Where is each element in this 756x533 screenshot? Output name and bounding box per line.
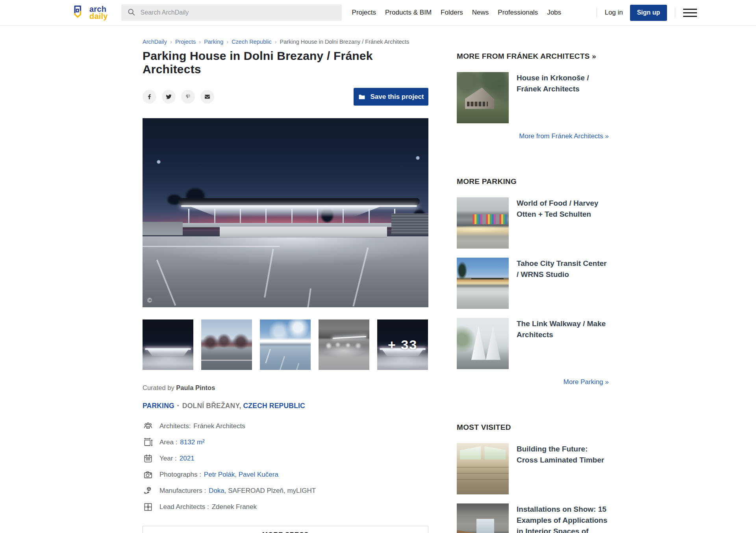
- breadcrumb-item-czech-republic[interactable]: Czech Republic: [232, 39, 272, 45]
- related-card[interactable]: The Link Walkway / Make Architects: [457, 318, 609, 369]
- spec-row-architects: Architects:Fránek Architects: [143, 418, 428, 434]
- related-thumbnail-installations-thumb[interactable]: [457, 503, 509, 533]
- category-location-line: PARKING·DOLNÍ BŘEŽANY, CZECH REPUBLIC: [143, 402, 428, 410]
- hero-canopy-ceiling: [191, 207, 380, 217]
- hero-fence: [391, 214, 428, 234]
- log-in-link[interactable]: Log in: [605, 9, 623, 17]
- spec-value: Doka, SAFEROAD Plzeň, myLIGHT: [209, 487, 316, 495]
- gallery-rooftop-canopy-thumb[interactable]: [260, 319, 311, 370]
- related-thumbnail-clt-timber-thumb[interactable]: [457, 443, 509, 494]
- archdaily-logo[interactable]: arch daily: [70, 3, 108, 22]
- related-thumbnail-link-walkway-thumb[interactable]: [457, 318, 509, 369]
- related-title[interactable]: Tahoe City Transit Center / WRNS Studio: [517, 258, 609, 309]
- gallery-night-exterior-thumb[interactable]: [143, 319, 193, 370]
- related-title[interactable]: House in Krkonoše / Fránek Architects: [517, 72, 609, 123]
- gallery-more-count: + 33: [377, 319, 428, 370]
- spec-label: Photographs :: [159, 471, 201, 479]
- gallery-street-trees-thumb[interactable]: [201, 319, 252, 370]
- hero-image[interactable]: ©: [143, 118, 428, 307]
- nav-folders[interactable]: Folders: [441, 9, 463, 17]
- more-link-more-parking[interactable]: More Parking »: [457, 378, 609, 386]
- spec-label: Lead Architects :: [159, 503, 209, 511]
- nav-news[interactable]: News: [472, 9, 489, 17]
- nav-professionals[interactable]: Professionals: [498, 9, 538, 17]
- spec-value: Fránek Architects: [193, 422, 245, 430]
- sidebar: MORE FROM FRÁNEK ARCHITECTS »House in Kr…: [457, 52, 609, 533]
- related-thumbnail-tahoe-transit-thumb[interactable]: [457, 258, 509, 309]
- breadcrumb-item-projects[interactable]: Projects: [175, 39, 196, 45]
- more-specs-button[interactable]: MORE SPECS: [143, 526, 428, 533]
- nav-projects[interactable]: Projects: [352, 9, 376, 17]
- related-title[interactable]: Building the Future: Cross Laminated Tim…: [517, 443, 609, 494]
- spec-link[interactable]: Pavel Kučera: [239, 471, 278, 478]
- gallery-garage-interior-thumb[interactable]: [319, 319, 369, 370]
- related-thumbnail-world-of-food-thumb[interactable]: [457, 197, 509, 249]
- sign-up-button[interactable]: Sign up: [630, 5, 667, 21]
- archdaily-logo-text: arch daily: [89, 6, 108, 20]
- related-card[interactable]: Tahoe City Transit Center / WRNS Studio: [457, 258, 609, 309]
- breadcrumb-separator: ›: [199, 39, 201, 45]
- email-icon: [204, 93, 211, 100]
- lead-architects-icon: [143, 501, 154, 513]
- breadcrumb: ArchDaily›Projects›Parking›Czech Republi…: [143, 39, 428, 45]
- breadcrumb-separator: ›: [226, 39, 228, 45]
- more-link-more-from-fr-nek-arc[interactable]: More from Fránek Architects »: [457, 132, 609, 140]
- hero-parking-line: [143, 246, 280, 247]
- breadcrumb-separator: ›: [275, 39, 277, 45]
- breadcrumb-separator: ›: [170, 39, 172, 45]
- save-project-button[interactable]: Save this project: [354, 88, 428, 106]
- related-card[interactable]: House in Krkonoše / Fránek Architects: [457, 72, 609, 123]
- spec-text: , SAFEROAD Plzeň, myLIGHT: [224, 487, 316, 494]
- breadcrumb-item-parking[interactable]: Parking: [204, 39, 223, 45]
- spec-label: Area :: [159, 438, 177, 446]
- curator-name: Paula Pintos: [176, 384, 215, 391]
- sidebar-section-most-visited: MOST VISITEDBuilding the Future: Cross L…: [457, 423, 609, 533]
- breadcrumb-item-parking-house-in-dolni-brezany: Parking House in Dolni Brezany / Fránek …: [280, 39, 410, 45]
- location-country-link[interactable]: CZECH REPUBLIC: [243, 402, 305, 410]
- search-icon: [127, 8, 135, 18]
- pinterest-share-button[interactable]: [181, 90, 195, 104]
- spec-label: Year :: [159, 455, 177, 462]
- spec-row-year: Year :2021: [143, 450, 428, 466]
- photographs-icon: [143, 469, 154, 480]
- twitter-share-button[interactable]: [162, 90, 176, 104]
- copyright-mark: ©: [147, 297, 152, 304]
- nav-jobs[interactable]: Jobs: [547, 9, 561, 17]
- nav-products-bim[interactable]: Products & BIM: [385, 9, 432, 17]
- related-card[interactable]: Installations on Show: 15 Examples of Ap…: [457, 503, 609, 533]
- spec-row-area: Area :8132 m²: [143, 434, 428, 450]
- spec-label: Manufacturers :: [159, 487, 206, 495]
- gallery-night-overview-thumb[interactable]: + 33: [377, 319, 428, 370]
- sidebar-section-more-parking: MORE PARKINGWorld of Food / Harvey Otten…: [457, 177, 609, 386]
- hero-left-wall: [143, 222, 183, 235]
- spec-value: 8132 m²: [180, 438, 204, 446]
- spec-row-manufacturers: Manufacturers :Doka, SAFEROAD Plzeň, myL…: [143, 483, 428, 499]
- related-thumbnail-krkonose-house-thumb[interactable]: [457, 72, 509, 123]
- related-title[interactable]: Installations on Show: 15 Examples of Ap…: [517, 503, 609, 533]
- architects-icon: [143, 421, 154, 432]
- manufacturers-icon: [143, 485, 154, 496]
- twitter-icon: [165, 93, 172, 100]
- email-share-button[interactable]: [200, 90, 214, 104]
- category-link[interactable]: PARKING: [143, 402, 174, 410]
- sidebar-section-more-from-fr-nek-architec: MORE FROM FRÁNEK ARCHITECTS »House in Kr…: [457, 52, 609, 140]
- spec-text: 8132 m²: [180, 438, 204, 446]
- breadcrumb-item-archdaily[interactable]: ArchDaily: [143, 39, 167, 45]
- facebook-share-button[interactable]: [143, 90, 156, 104]
- related-card[interactable]: World of Food / Harvey Otten + Ted Schul…: [457, 197, 609, 249]
- header-divider: [597, 7, 597, 18]
- spec-link[interactable]: Doka: [209, 487, 224, 494]
- related-card[interactable]: Building the Future: Cross Laminated Tim…: [457, 443, 609, 494]
- search-bar: [121, 4, 342, 21]
- search-input[interactable]: [141, 9, 336, 16]
- hero-canopy-roof: [178, 198, 420, 205]
- hero-base-wall: [220, 227, 387, 238]
- hamburger-menu-icon[interactable]: [683, 7, 697, 19]
- sidebar-section-heading: MORE FROM FRÁNEK ARCHITECTS »: [457, 52, 609, 61]
- spec-link[interactable]: Petr Polák: [204, 471, 235, 478]
- related-title[interactable]: World of Food / Harvey Otten + Ted Schul…: [517, 197, 609, 249]
- related-title[interactable]: The Link Walkway / Make Architects: [517, 318, 609, 369]
- spec-value: 2021: [180, 455, 195, 462]
- area-icon: [143, 437, 154, 448]
- hero-canopy-light: [181, 205, 417, 207]
